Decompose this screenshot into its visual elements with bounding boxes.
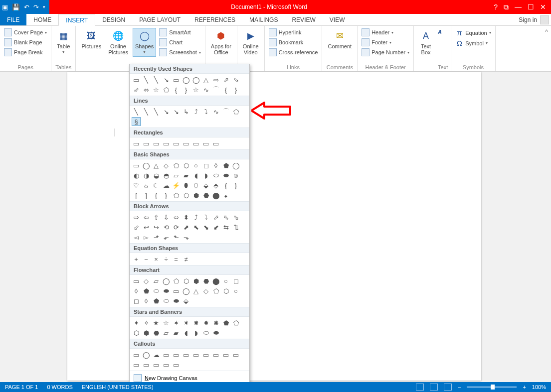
shape-item[interactable]: ⬢	[191, 191, 200, 200]
page-number-button[interactable]: Page Number	[361, 48, 410, 57]
shape-item[interactable]: ▭	[201, 139, 210, 148]
table-button[interactable]: ▦ Table ▼	[54, 28, 72, 55]
shape-item[interactable]: ▭	[231, 350, 240, 359]
qat-customize-icon[interactable]: ▾	[43, 4, 45, 9]
shape-item[interactable]: ◗	[201, 171, 210, 180]
shape-item[interactable]: ☺	[231, 171, 240, 180]
shape-item[interactable]: ◐	[132, 171, 141, 180]
shape-item[interactable]: ☆	[152, 85, 161, 94]
shape-item[interactable]: ◗	[191, 328, 200, 337]
shape-item[interactable]: ⬠	[231, 107, 240, 116]
save-icon[interactable]: 💾	[12, 3, 20, 11]
shape-item[interactable]: ⬂	[231, 213, 240, 222]
shapes-button[interactable]: ◯Shapes▼	[133, 28, 156, 57]
shape-item[interactable]: ◯	[231, 161, 240, 170]
shape-item[interactable]: ▭	[162, 360, 171, 369]
shape-item[interactable]: ♡	[132, 181, 141, 190]
print-layout-icon[interactable]	[430, 384, 438, 391]
shape-item[interactable]: ○	[221, 276, 230, 285]
shape-item[interactable]: ▭	[221, 350, 230, 359]
shape-item[interactable]: ▭	[182, 139, 190, 148]
tab-insert[interactable]: INSERT	[58, 14, 95, 26]
shape-item[interactable]: ☆	[191, 85, 200, 94]
shape-item[interactable]: ⬉	[191, 223, 200, 232]
shape-item[interactable]: ⇩	[162, 213, 171, 222]
tab-review[interactable]: REVIEW	[285, 14, 322, 25]
shape-item[interactable]: ⌒	[221, 107, 230, 116]
shape-item[interactable]: ⬠	[172, 276, 181, 285]
shape-item[interactable]: }	[231, 181, 240, 190]
shape-item[interactable]: ▭	[172, 350, 181, 359]
shape-item[interactable]: ○	[191, 161, 200, 170]
shape-item[interactable]: ▭	[162, 350, 171, 359]
shape-item[interactable]: ⬡	[221, 286, 230, 295]
page-break-button[interactable]: Page Break	[3, 48, 43, 57]
shape-item[interactable]: ◻	[201, 161, 210, 170]
shape-item[interactable]: }	[162, 191, 171, 200]
shape-item[interactable]: ⬀	[211, 213, 220, 222]
shape-item[interactable]: ◓	[162, 171, 171, 180]
shape-item[interactable]: ☁	[152, 350, 161, 359]
undo-icon[interactable]: ↶	[24, 3, 29, 11]
shape-item[interactable]: ▭	[211, 139, 220, 148]
redo-icon[interactable]: ↷	[33, 3, 39, 11]
cross-reference-button[interactable]: Cross-reference	[268, 48, 319, 57]
smartart-button[interactable]: SmartArt	[158, 28, 191, 37]
sign-in[interactable]: Sign in	[517, 14, 551, 25]
shape-item[interactable]: ▭	[142, 360, 151, 369]
shape-item[interactable]: ∿	[211, 107, 220, 116]
shape-item[interactable]: ⬠	[162, 85, 171, 94]
shape-item[interactable]: ◇	[142, 276, 151, 285]
shape-item[interactable]: ▭	[152, 360, 161, 369]
shape-item[interactable]: ⬯	[191, 181, 200, 190]
shape-item[interactable]: ⬢	[142, 328, 151, 337]
shape-item[interactable]: ▭	[142, 139, 151, 148]
shape-item[interactable]: −	[142, 255, 151, 263]
shape-item[interactable]: ✺	[211, 318, 220, 327]
symbol-button[interactable]: ΩSymbol	[454, 38, 489, 48]
shape-item[interactable]: ◊	[211, 161, 220, 170]
shape-item[interactable]: ⇆	[221, 223, 230, 232]
maximize-icon[interactable]: ☐	[528, 3, 534, 11]
shape-item[interactable]: ▭	[182, 350, 190, 359]
shape-item[interactable]: △	[201, 75, 210, 84]
shape-item[interactable]: ⬤	[211, 276, 220, 285]
tab-mailings[interactable]: MAILINGS	[242, 14, 285, 25]
shape-item[interactable]: ⚡	[172, 181, 181, 190]
shape-item[interactable]: ↘	[162, 107, 171, 116]
footer-button[interactable]: Footer	[361, 38, 392, 47]
tab-references[interactable]: REFERENCES	[187, 14, 242, 25]
shape-item[interactable]: =	[172, 255, 181, 263]
shape-item[interactable]: ▭	[132, 350, 141, 359]
shape-item[interactable]: ⬟	[221, 318, 230, 327]
shape-item[interactable]: ▭	[152, 139, 161, 148]
pictures-button[interactable]: 🖼Pictures	[79, 28, 104, 57]
shape-item[interactable]: ▭	[211, 350, 220, 359]
shape-item[interactable]: ⤵	[201, 107, 210, 116]
tab-file[interactable]: FILE	[0, 14, 26, 25]
shape-item[interactable]: ↘	[162, 75, 171, 84]
shape-item[interactable]: ⬟	[221, 161, 230, 170]
tab-design[interactable]: DESIGN	[95, 14, 132, 25]
shape-item[interactable]: ▭	[172, 139, 181, 148]
shape-item[interactable]: ▭	[162, 139, 171, 148]
shape-item[interactable]: ↪	[152, 223, 161, 232]
shape-item[interactable]: ⟲	[162, 223, 171, 232]
chart-button[interactable]: Chart	[158, 38, 184, 47]
text-box-button[interactable]: AText Box	[417, 28, 435, 57]
shape-item[interactable]: ☼	[142, 181, 151, 190]
shape-item[interactable]: ╲	[142, 107, 151, 116]
screenshot-button[interactable]: Screenshot	[158, 48, 202, 57]
online-video-button[interactable]: ▶Online Video	[240, 28, 261, 57]
shape-item[interactable]: ⬠	[172, 191, 181, 200]
shape-item[interactable]: ▭	[172, 360, 181, 369]
blank-page-button[interactable]: Blank Page	[3, 38, 43, 47]
shape-item[interactable]: ▱	[162, 328, 171, 337]
shape-item[interactable]: ◖	[182, 328, 190, 337]
shape-item[interactable]: ⬣	[152, 328, 161, 337]
shape-item[interactable]: ⬁	[221, 213, 230, 222]
shape-item[interactable]: {	[221, 85, 230, 94]
shape-item[interactable]: ⬡	[182, 161, 190, 170]
shape-item[interactable]: ★	[152, 318, 161, 327]
shape-item[interactable]: ✸	[191, 318, 200, 327]
